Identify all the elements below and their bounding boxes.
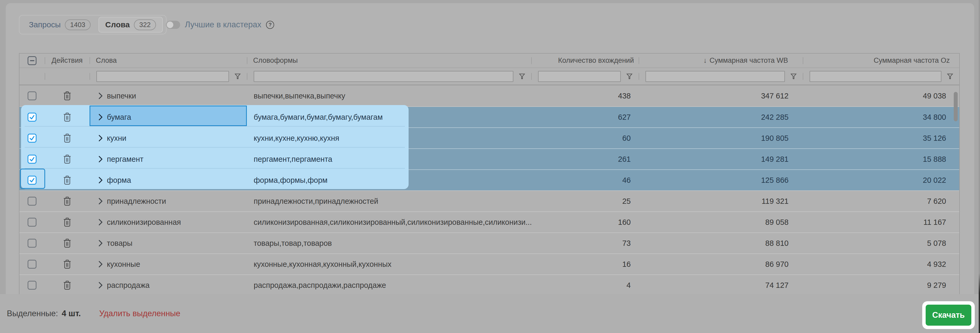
- filter-input-wb[interactable]: [646, 71, 785, 82]
- tab-group: Запросы 1403 Слова 322: [19, 15, 167, 34]
- delete-row-icon[interactable]: [63, 259, 72, 269]
- row-checkbox[interactable]: [27, 260, 37, 269]
- wordforms-cell: товары,товар,товаров: [247, 233, 531, 253]
- word-cell[interactable]: товары: [89, 233, 247, 253]
- row-checkbox[interactable]: [27, 239, 37, 248]
- oz-frequency-value: 34 800: [803, 107, 959, 127]
- expand-chevron-icon[interactable]: [99, 261, 103, 268]
- table-row: пергаментпергамент,пергамента261149 2811…: [19, 148, 959, 169]
- expand-chevron-icon[interactable]: [99, 114, 103, 121]
- wordforms-text: кухни,кухне,кухню,кухня: [254, 134, 339, 143]
- word-cell[interactable]: форма: [89, 170, 247, 190]
- filter-funnel-icon-wordforms[interactable]: [519, 73, 525, 80]
- table-row: формаформа,формы,форм46125 86620 022: [19, 169, 959, 190]
- words-table: Действия Слова Словоформы Количество вхо…: [19, 53, 960, 295]
- column-header-actions: Действия: [45, 54, 89, 67]
- row-checkbox[interactable]: [27, 197, 37, 206]
- delete-row-icon[interactable]: [63, 217, 72, 228]
- delete-selected-link[interactable]: Удалить выделенные: [99, 309, 180, 318]
- expand-chevron-icon[interactable]: [99, 156, 103, 163]
- filter-funnel-icon-occurrences[interactable]: [626, 73, 633, 80]
- word-cell[interactable]: пергамент: [89, 149, 247, 169]
- filter-cell-oz: [803, 68, 959, 84]
- row-checkbox[interactable]: [27, 281, 37, 290]
- help-icon[interactable]: ?: [266, 21, 274, 29]
- occurrences-value: 60: [531, 128, 639, 148]
- row-checkbox[interactable]: [27, 134, 37, 143]
- delete-row-icon[interactable]: [63, 154, 72, 164]
- occurrences-value: 73: [531, 233, 639, 253]
- filter-input-oz[interactable]: [810, 71, 942, 82]
- filter-input-wordforms[interactable]: [254, 71, 513, 82]
- best-in-clusters-control: Лучшие в кластерах ?: [166, 15, 274, 34]
- filter-cell-occurrences: [531, 68, 639, 84]
- tab-words[interactable]: Слова 322: [99, 17, 163, 33]
- wordforms-cell: форма,формы,форм: [247, 170, 531, 190]
- word-text: кухни: [107, 134, 126, 143]
- filter-input-occurrences[interactable]: [538, 71, 621, 82]
- table-rows: выпечкивыпечки,выпечка,выпечку438347 612…: [19, 85, 959, 295]
- word-cell[interactable]: принадлежности: [89, 191, 247, 212]
- word-cell[interactable]: кухонные: [89, 254, 247, 274]
- oz-frequency-value: 49 038: [803, 85, 959, 106]
- select-all-cell: [19, 54, 45, 67]
- download-button[interactable]: Скачать: [926, 304, 971, 326]
- row-actions-cell: [45, 254, 89, 274]
- filter-input-words[interactable]: [96, 71, 229, 82]
- tab-words-count-badge: 322: [134, 19, 156, 30]
- row-actions-cell: [45, 212, 89, 233]
- wordforms-text: силиконизированная,силиконизированный,си…: [254, 218, 532, 227]
- expand-chevron-icon[interactable]: [99, 177, 103, 183]
- toggle-knob: [167, 22, 173, 28]
- word-cell[interactable]: распродажа: [89, 275, 247, 295]
- occurrences-value: 261: [531, 149, 639, 169]
- column-header-wordforms[interactable]: Словоформы: [247, 54, 531, 67]
- table-row: кухонныекухонные,кухонная,кухонный,кухон…: [19, 253, 959, 274]
- oz-frequency-value: 11 167: [803, 212, 959, 233]
- filter-funnel-icon-oz[interactable]: [947, 73, 953, 80]
- expand-chevron-icon[interactable]: [99, 198, 103, 205]
- word-cell[interactable]: бумага: [89, 107, 247, 127]
- occurrences-value: 4: [531, 275, 639, 295]
- table-row: силиконизированнаясиликонизированная,сил…: [19, 212, 959, 233]
- expand-chevron-icon[interactable]: [99, 282, 103, 288]
- footer-bar: Выделенные: 4 шт. Удалить выделенные Ска…: [0, 294, 980, 333]
- tab-queries[interactable]: Запросы 1403: [22, 17, 97, 33]
- word-cell[interactable]: силиконизированная: [89, 212, 247, 233]
- delete-row-icon[interactable]: [63, 112, 72, 123]
- row-checkbox[interactable]: [27, 91, 37, 100]
- delete-row-icon[interactable]: [63, 175, 72, 185]
- word-cell[interactable]: выпечки: [89, 85, 247, 106]
- wordforms-text: пергамент,пергамента: [254, 155, 332, 164]
- tour-spotlight-download: Скачать: [922, 301, 975, 329]
- expand-chevron-icon[interactable]: [99, 219, 103, 226]
- expand-chevron-icon[interactable]: [99, 135, 103, 142]
- row-checkbox[interactable]: [27, 176, 37, 185]
- delete-row-icon[interactable]: [63, 196, 72, 206]
- row-checkbox[interactable]: [27, 155, 37, 164]
- tab-words-label: Слова: [105, 20, 130, 29]
- row-checkbox[interactable]: [27, 218, 37, 227]
- column-header-occurrences[interactable]: Количество вхождений: [531, 54, 639, 67]
- row-checkbox[interactable]: [27, 113, 37, 121]
- filter-funnel-icon-wb[interactable]: [790, 73, 797, 80]
- wordforms-cell: принадлежности,принадлежностей: [247, 191, 531, 212]
- best-in-clusters-toggle[interactable]: [166, 21, 180, 29]
- delete-row-icon[interactable]: [63, 133, 72, 143]
- expand-chevron-icon[interactable]: [99, 240, 103, 247]
- expand-chevron-icon[interactable]: [99, 92, 103, 99]
- delete-row-icon[interactable]: [63, 238, 72, 249]
- column-header-wb[interactable]: ↓ Суммарная частота WB: [639, 54, 803, 67]
- row-checkbox-cell: [19, 85, 45, 106]
- column-header-words[interactable]: Слова: [89, 54, 247, 67]
- best-in-clusters-label: Лучшие в кластерах: [185, 20, 261, 29]
- table-row: принадлежностипринадлежности,принадлежно…: [19, 190, 959, 212]
- wb-frequency-value: 125 866: [639, 170, 803, 190]
- select-all-checkbox[interactable]: [27, 56, 37, 65]
- word-cell[interactable]: кухни: [89, 128, 247, 148]
- delete-row-icon[interactable]: [63, 280, 72, 290]
- row-actions-cell: [45, 170, 89, 190]
- column-header-oz[interactable]: Суммарная частота Oz: [803, 54, 959, 67]
- delete-row-icon[interactable]: [63, 91, 72, 101]
- filter-funnel-icon-words[interactable]: [234, 73, 241, 80]
